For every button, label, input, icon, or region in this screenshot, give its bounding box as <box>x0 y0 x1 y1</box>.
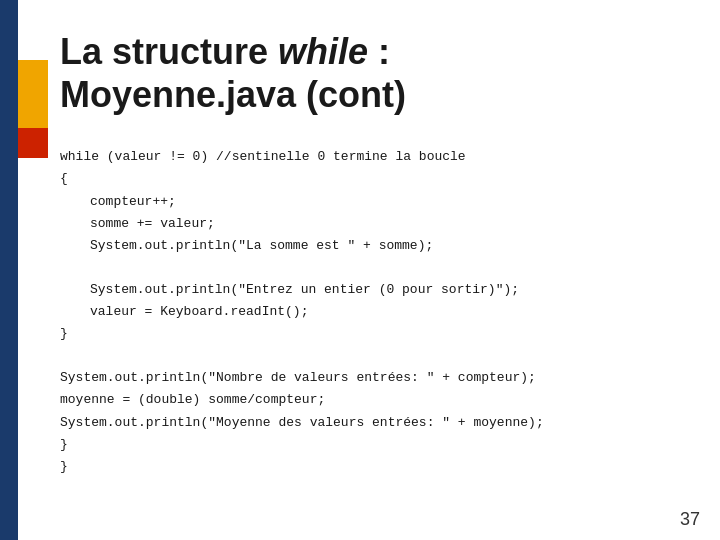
code-line-blank1 <box>60 257 700 279</box>
code-line-2: { <box>60 168 700 190</box>
code-line-7: valeur = Keyboard.readInt(); <box>60 301 700 323</box>
accent-bar <box>0 0 18 540</box>
code-line-3: compteur++; <box>60 191 700 213</box>
code-line-13: } <box>60 456 700 478</box>
title-prefix: La structure <box>60 31 278 72</box>
code-line-5: System.out.println("La somme est " + som… <box>60 235 700 257</box>
slide-title: La structure while : Moyenne.java (cont) <box>60 30 700 116</box>
accent-square-red <box>18 128 48 158</box>
code-line-8: } <box>60 323 700 345</box>
accent-square-orange <box>18 60 48 128</box>
page-number: 37 <box>680 509 700 530</box>
code-line-blank2 <box>60 345 700 367</box>
slide: La structure while : Moyenne.java (cont)… <box>0 0 720 540</box>
code-line-6: System.out.println("Entrez un entier (0 … <box>60 279 700 301</box>
slide-content: La structure while : Moyenne.java (cont)… <box>60 20 700 520</box>
code-line-9: System.out.println("Nombre de valeurs en… <box>60 367 700 389</box>
code-line-10: moyenne = (double) somme/compteur; <box>60 389 700 411</box>
code-line-4: somme += valeur; <box>60 213 700 235</box>
code-block: while (valeur != 0) //sentinelle 0 termi… <box>60 146 700 477</box>
code-line-11: System.out.println("Moyenne des valeurs … <box>60 412 700 434</box>
code-line-12: } <box>60 434 700 456</box>
code-line-1: while (valeur != 0) //sentinelle 0 termi… <box>60 146 700 168</box>
title-line2: Moyenne.java (cont) <box>60 74 406 115</box>
title-suffix: : <box>368 31 390 72</box>
title-italic: while <box>278 31 368 72</box>
